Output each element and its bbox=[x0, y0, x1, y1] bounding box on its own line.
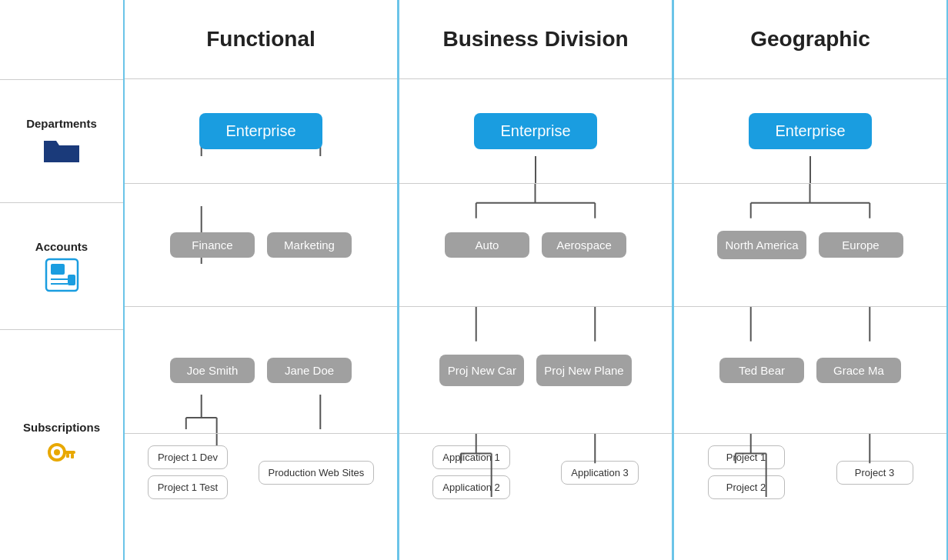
bd-dept-aerospace[interactable]: Aerospace bbox=[542, 232, 626, 258]
bd-enterprise-row: Enterprise bbox=[399, 79, 672, 183]
accounts-label: Accounts bbox=[35, 240, 88, 253]
functional-enterprise-row: Enterprise bbox=[125, 79, 397, 183]
bd-sub-app1[interactable]: Application 1 bbox=[432, 445, 509, 469]
geo-dept-lines bbox=[674, 184, 946, 306]
functional-header: Functional bbox=[125, 0, 397, 79]
svg-rect-9 bbox=[66, 454, 69, 458]
functional-title: Functional bbox=[206, 27, 315, 52]
svg-rect-4 bbox=[68, 275, 75, 285]
geo-sub-proj1[interactable]: Project 1 bbox=[708, 445, 785, 469]
functional-enterprise-node[interactable]: Enterprise bbox=[199, 113, 322, 149]
geographic-column: Geographic Enterprise North America Euro… bbox=[673, 0, 948, 560]
folder-icon bbox=[42, 135, 81, 165]
business-division-header: Business Division bbox=[399, 0, 672, 79]
accounts-label-cell: Accounts bbox=[0, 202, 123, 329]
geo-dept-row: North America Europe bbox=[674, 183, 946, 306]
geo-sub-proj3[interactable]: Project 3 bbox=[836, 461, 913, 485]
bd-dept-lines bbox=[399, 184, 672, 306]
labels-column: Departments Accounts Subscriptions bbox=[0, 0, 123, 560]
header-spacer bbox=[0, 0, 123, 79]
geo-dept-northamerica[interactable]: North America bbox=[717, 231, 806, 259]
bd-dept-row: Auto Aerospace bbox=[399, 183, 672, 306]
geo-account-gracema[interactable]: Grace Ma bbox=[816, 358, 901, 383]
functional-dept-marketing[interactable]: Marketing bbox=[267, 232, 352, 258]
bd-subs-row: Application 1 Application 2 Application … bbox=[399, 433, 672, 560]
functional-dept-row: Finance Marketing bbox=[125, 183, 397, 306]
geo-account-tedbear[interactable]: Ted Bear bbox=[719, 358, 804, 383]
functional-accounts-row: Joe Smith Jane Doe bbox=[125, 306, 397, 433]
bd-enterprise-node[interactable]: Enterprise bbox=[474, 113, 597, 149]
functional-sub-proj1dev[interactable]: Project 1 Dev bbox=[148, 445, 228, 469]
departments-label: Departments bbox=[26, 117, 97, 130]
functional-account-jane[interactable]: Jane Doe bbox=[267, 358, 352, 383]
svg-rect-1 bbox=[51, 264, 65, 275]
svg-rect-8 bbox=[71, 454, 74, 458]
bd-accounts-row: Proj New Car Proj New Plane bbox=[399, 306, 672, 433]
geo-accounts-row: Ted Bear Grace Ma bbox=[674, 306, 946, 433]
geo-enterprise-row: Enterprise bbox=[674, 79, 946, 183]
functional-account-joe[interactable]: Joe Smith bbox=[170, 358, 255, 383]
key-icon bbox=[46, 438, 77, 469]
bd-sub-app2[interactable]: Application 2 bbox=[432, 475, 509, 499]
functional-sub-prodweb[interactable]: Production Web Sites bbox=[259, 461, 375, 485]
main-container: Departments Accounts Subscriptions bbox=[0, 0, 948, 560]
functional-sub-proj1test[interactable]: Project 1 Test bbox=[148, 475, 229, 499]
hierarchy-columns: Functional bbox=[123, 0, 948, 560]
bd-account-projnewcar[interactable]: Proj New Car bbox=[439, 355, 524, 386]
functional-dept-finance[interactable]: Finance bbox=[170, 232, 255, 258]
geographic-header: Geographic bbox=[674, 0, 946, 79]
bd-sub-app3[interactable]: Application 3 bbox=[561, 461, 638, 485]
geo-enterprise-node[interactable]: Enterprise bbox=[749, 113, 872, 149]
geo-accounts-lines bbox=[674, 307, 946, 433]
functional-subs-row: Project 1 Dev Project 1 Test Production … bbox=[125, 433, 397, 560]
subscriptions-label-cell: Subscriptions bbox=[0, 329, 123, 560]
geo-sub-proj2[interactable]: Project 2 bbox=[708, 475, 785, 499]
departments-label-cell: Departments bbox=[0, 79, 123, 202]
functional-column: Functional bbox=[123, 0, 398, 560]
bd-dept-auto[interactable]: Auto bbox=[445, 232, 529, 258]
business-division-title: Business Division bbox=[442, 27, 628, 52]
business-division-column: Business Division Enterprise Auto Aerosp… bbox=[398, 0, 673, 560]
svg-rect-7 bbox=[63, 451, 75, 454]
account-icon bbox=[45, 258, 79, 292]
subscriptions-label: Subscriptions bbox=[23, 421, 100, 434]
bd-account-projnewplane[interactable]: Proj New Plane bbox=[536, 355, 631, 386]
geo-subs-row: Project 1 Project 2 Project 3 bbox=[674, 433, 946, 560]
svg-point-6 bbox=[54, 449, 60, 455]
geo-dept-europe[interactable]: Europe bbox=[819, 232, 903, 258]
geographic-title: Geographic bbox=[750, 27, 870, 52]
